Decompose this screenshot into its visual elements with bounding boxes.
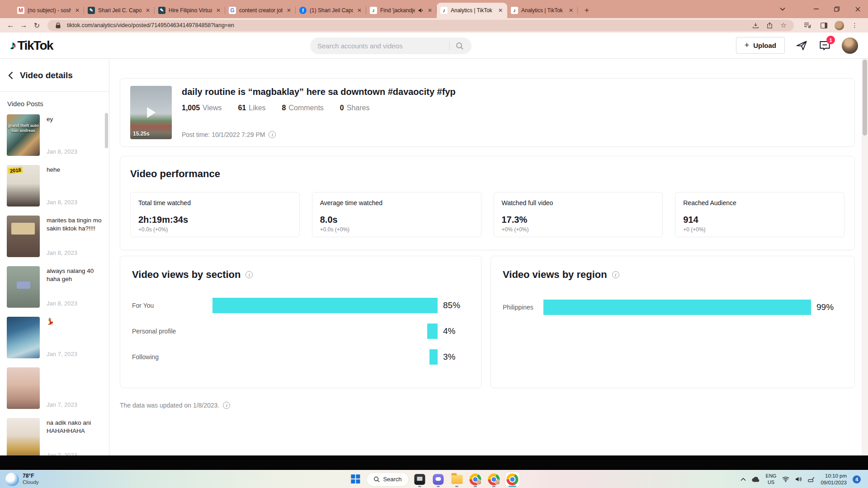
- video-thumbnail[interactable]: [7, 317, 40, 358]
- video-post-item[interactable]: marites ba tingin mo sakin tiktok ha?!!!…: [0, 216, 109, 257]
- info-icon[interactable]: i: [223, 402, 230, 409]
- tab-tiktok-analytics-2[interactable]: ♪ Analytics | TikTok ✕: [507, 3, 578, 18]
- tab-doc-1[interactable]: ✎ Shari Jeil C. Capotulan // V ✕: [84, 3, 155, 18]
- taskbar-file-explorer[interactable]: [450, 472, 464, 487]
- video-caption: na adik nako ani HAHAHHAHA: [47, 419, 105, 435]
- video-post-item[interactable]: na adik nako ani HAHAHHAHA Jan 7, 2023: [0, 418, 109, 455]
- video-post-item[interactable]: Jan 7, 2023: [0, 367, 109, 409]
- page-scrollbar[interactable]: [862, 59, 868, 455]
- side-panel-icon[interactable]: [818, 19, 830, 31]
- install-icon[interactable]: [750, 22, 760, 29]
- reading-list-icon[interactable]: [801, 19, 813, 31]
- wifi-icon[interactable]: [782, 476, 789, 482]
- bar: [543, 300, 811, 315]
- address-bar[interactable]: tiktok.com/analytics/video/posted/714950…: [47, 20, 794, 31]
- url-text[interactable]: tiktok.com/analytics/video/posted/714950…: [67, 22, 746, 28]
- back-to-videos[interactable]: Video details: [0, 70, 109, 80]
- reload-icon[interactable]: ↻: [31, 19, 43, 31]
- tab-doc-2[interactable]: ✎ Hire Filipino Virtual Assista ✕: [155, 3, 225, 18]
- tab-audio-icon[interactable]: [418, 8, 424, 13]
- search-icon: [373, 476, 380, 483]
- browser-menu-kebab-icon[interactable]: ⋮: [849, 19, 861, 31]
- weather-widget[interactable]: 78°F Cloudy: [5, 473, 39, 486]
- info-icon[interactable]: i: [245, 271, 253, 278]
- close-tab-icon[interactable]: ✕: [215, 7, 222, 14]
- back-icon[interactable]: ←: [5, 19, 17, 31]
- weather-text: 78°F Cloudy: [23, 473, 39, 485]
- onedrive-cloud-icon[interactable]: [752, 477, 760, 482]
- browser-profile-avatar[interactable]: [835, 21, 844, 30]
- tab-facebook[interactable]: f (1) Shari Jeil Capotulan | Fa ✕: [296, 3, 366, 18]
- taskbar-app-dark[interactable]: [413, 472, 427, 487]
- taskbar-chrome-1[interactable]: [468, 472, 483, 487]
- language-switcher[interactable]: ENG US: [766, 473, 777, 486]
- close-tab-icon[interactable]: ✕: [497, 7, 504, 14]
- tab-title: Analytics | TikTok: [451, 7, 494, 14]
- video-performance-card: Video performance Total time watched 2h:…: [120, 156, 855, 250]
- search-icon[interactable]: [450, 38, 470, 54]
- forward-icon[interactable]: →: [18, 19, 30, 31]
- video-thumbnail[interactable]: [7, 367, 40, 409]
- close-tab-icon[interactable]: ✕: [74, 7, 80, 14]
- document-pencil-icon: ✎: [158, 7, 165, 14]
- inbox-icon[interactable]: 1: [819, 39, 831, 52]
- tab-tiktok-search[interactable]: ♪ Find 'jackandjeil' on Ti ✕: [366, 3, 437, 18]
- sidebar-scrollbar-thumb[interactable]: [105, 113, 108, 148]
- bar-value: 85%: [443, 300, 469, 310]
- start-button[interactable]: [348, 472, 363, 487]
- info-icon[interactable]: i: [612, 271, 619, 278]
- video-thumbnail[interactable]: [7, 266, 40, 308]
- tray-chevron-up-icon[interactable]: [741, 478, 746, 481]
- close-window-button[interactable]: [847, 0, 868, 18]
- tiktok-logo[interactable]: ♪ TikTok: [10, 38, 53, 53]
- taskbar-chrome-3-active[interactable]: [505, 472, 520, 487]
- profile-avatar[interactable]: [842, 38, 858, 54]
- pen-touch-icon[interactable]: [808, 476, 815, 482]
- video-thumbnail[interactable]: 2018: [7, 165, 40, 206]
- search-input[interactable]: [317, 42, 449, 50]
- video-thumbnail[interactable]: grand theft auto San Andreas: [7, 114, 40, 156]
- info-icon[interactable]: i: [269, 131, 276, 138]
- metrics-row: Total time watched 2h:19m:34s +0.0s (+0%…: [130, 192, 844, 237]
- messages-plane-icon[interactable]: [796, 39, 808, 52]
- tab-google-search[interactable]: G content creator job descrip ✕: [225, 3, 296, 18]
- bookmark-star-icon[interactable]: ☆: [778, 21, 788, 29]
- close-tab-icon[interactable]: ✕: [286, 7, 292, 14]
- video-post-item[interactable]: always nalang 40 haha geh Jan 8, 2023: [0, 266, 109, 308]
- volume-icon[interactable]: [795, 476, 802, 482]
- video-post-item[interactable]: grand theft auto San Andreas ey Jan 8, 2…: [0, 114, 109, 156]
- close-tab-icon[interactable]: ✕: [568, 7, 574, 14]
- taskbar-app-chat[interactable]: [431, 472, 446, 487]
- restore-button[interactable]: [826, 0, 847, 18]
- video-post-item[interactable]: 💃 Jan 7, 2023: [0, 317, 109, 358]
- close-tab-icon[interactable]: ✕: [427, 7, 433, 14]
- taskbar-chrome-2[interactable]: [487, 472, 501, 487]
- taskbar-search-label: Search: [383, 476, 401, 483]
- tab-gmail[interactable]: M (no subject) - sosharights@ ✕: [14, 3, 84, 18]
- thumbnail-overlay-text: 2018: [8, 166, 23, 174]
- video-post-item[interactable]: 2018 hehe Jan 8, 2023: [0, 165, 109, 206]
- video-thumbnail[interactable]: [7, 418, 40, 455]
- new-tab-button[interactable]: +: [580, 4, 593, 17]
- upload-button[interactable]: + Upload: [736, 37, 785, 54]
- minimize-button[interactable]: [806, 0, 826, 18]
- close-tab-icon[interactable]: ✕: [145, 7, 151, 14]
- views-label: Views: [203, 104, 222, 112]
- share-icon[interactable]: [764, 22, 774, 29]
- chart-rows: Philippines 99%: [503, 300, 843, 315]
- tab-title: Find 'jackandjeil' on Ti: [380, 7, 415, 14]
- tab-title: Hire Filipino Virtual Assista: [169, 7, 212, 14]
- post-time-row: Post time: 10/1/2022 7:29 PM i: [182, 131, 844, 139]
- search-bar[interactable]: [310, 38, 472, 54]
- video-thumbnail[interactable]: [7, 216, 40, 257]
- tab-tiktok-analytics-active[interactable]: ♪ Analytics | TikTok ✕: [437, 3, 507, 18]
- notification-count-badge[interactable]: 4: [853, 475, 861, 483]
- bar: [429, 349, 438, 365]
- taskbar-clock[interactable]: 10:10 pm 09/01/2023: [821, 473, 847, 486]
- video-thumbnail-large[interactable]: 15.25s: [130, 86, 172, 139]
- close-tab-icon[interactable]: ✕: [356, 7, 363, 14]
- page-scrollbar-thumb[interactable]: [863, 60, 867, 136]
- taskbar-search[interactable]: Search: [367, 473, 408, 486]
- lock-icon[interactable]: [53, 23, 63, 28]
- tab-search-chevron-icon[interactable]: [772, 0, 793, 18]
